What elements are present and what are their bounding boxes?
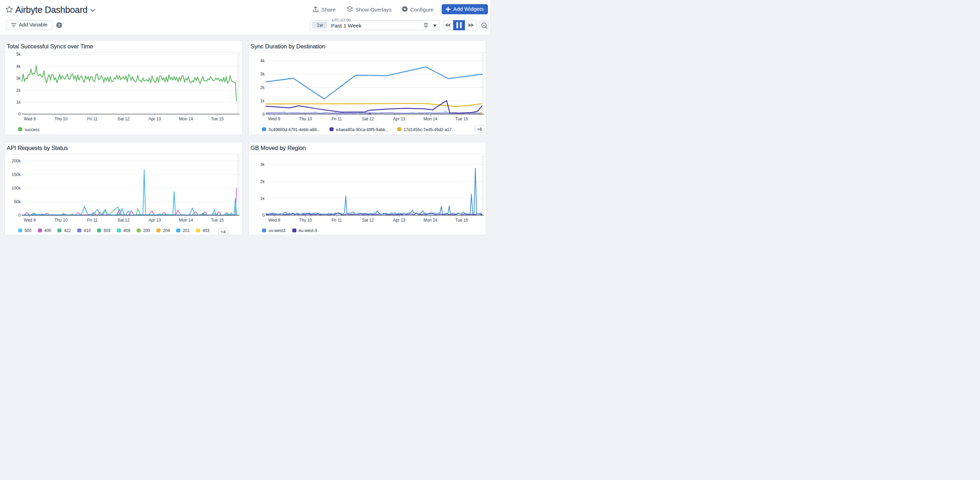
svg-text:1k: 1k bbox=[260, 99, 265, 103]
svg-text:2k: 2k bbox=[260, 179, 265, 184]
svg-text:Thu 10: Thu 10 bbox=[299, 218, 312, 223]
svg-text:1k: 1k bbox=[260, 196, 265, 201]
svg-text:3k: 3k bbox=[260, 72, 265, 77]
svg-text:0: 0 bbox=[18, 112, 21, 116]
svg-text:5k: 5k bbox=[16, 52, 21, 57]
svg-text:Mon 14: Mon 14 bbox=[423, 218, 437, 223]
svg-text:Apr 13: Apr 13 bbox=[393, 218, 406, 223]
svg-text:Thu 10: Thu 10 bbox=[299, 116, 312, 121]
svg-text:Tue 15: Tue 15 bbox=[455, 218, 468, 223]
svg-text:3k: 3k bbox=[260, 162, 265, 167]
svg-text:Apr 13: Apr 13 bbox=[149, 218, 161, 223]
svg-text:4k: 4k bbox=[16, 64, 21, 69]
svg-text:Mon 14: Mon 14 bbox=[179, 116, 193, 121]
svg-text:Fri 11: Fri 11 bbox=[331, 218, 342, 223]
svg-text:Tue 15: Tue 15 bbox=[455, 116, 468, 121]
svg-text:Fri 11: Fri 11 bbox=[331, 116, 342, 121]
svg-text:Sat 12: Sat 12 bbox=[362, 218, 374, 223]
svg-text:Wed 9: Wed 9 bbox=[24, 218, 36, 223]
svg-text:0: 0 bbox=[18, 213, 21, 218]
svg-text:Wed 9: Wed 9 bbox=[268, 116, 280, 121]
svg-text:Thu 10: Thu 10 bbox=[54, 116, 68, 121]
svg-text:Tue 15: Tue 15 bbox=[211, 116, 224, 121]
svg-text:3k: 3k bbox=[16, 76, 21, 81]
svg-text:?: ? bbox=[58, 23, 60, 27]
svg-text:Thu 10: Thu 10 bbox=[54, 218, 68, 223]
svg-text:1k: 1k bbox=[16, 100, 21, 105]
svg-text:2k: 2k bbox=[260, 85, 265, 90]
svg-text:Mon 14: Mon 14 bbox=[179, 218, 193, 223]
svg-text:Sat 12: Sat 12 bbox=[118, 116, 130, 121]
svg-text:50k: 50k bbox=[14, 199, 21, 204]
svg-text:Apr 13: Apr 13 bbox=[149, 116, 161, 121]
svg-text:Sat 12: Sat 12 bbox=[362, 116, 374, 121]
svg-text:Mon 14: Mon 14 bbox=[423, 116, 437, 121]
svg-text:150k: 150k bbox=[11, 172, 21, 177]
svg-text:Tue 15: Tue 15 bbox=[211, 218, 224, 223]
svg-text:4k: 4k bbox=[260, 59, 265, 63]
svg-text:Sat 12: Sat 12 bbox=[118, 218, 130, 223]
svg-text:200k: 200k bbox=[11, 159, 21, 163]
svg-text:Apr 13: Apr 13 bbox=[393, 116, 406, 121]
svg-text:0: 0 bbox=[262, 112, 265, 117]
svg-text:100k: 100k bbox=[11, 186, 21, 191]
svg-text:Fri 11: Fri 11 bbox=[87, 116, 98, 121]
svg-text:Fri 11: Fri 11 bbox=[87, 218, 98, 223]
svg-text:Wed 9: Wed 9 bbox=[268, 218, 280, 223]
svg-text:Wed 9: Wed 9 bbox=[24, 116, 36, 121]
svg-text:2k: 2k bbox=[16, 88, 21, 93]
svg-text:0: 0 bbox=[262, 213, 265, 218]
